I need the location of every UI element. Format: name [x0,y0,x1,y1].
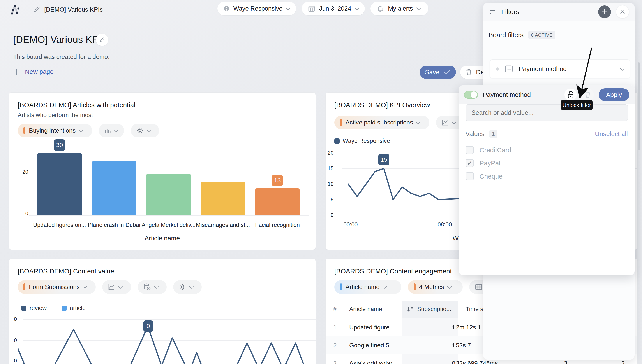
workspace-label: Waye Responsive [233,5,282,12]
y-axis-tick: 0 [6,337,17,344]
bar-2[interactable] [146,174,191,215]
apply-filter-button[interactable]: Apply [599,88,629,101]
filter-editor-header: Payment method Apply [459,85,634,104]
content-value-line-chart [18,314,307,364]
trash-icon [466,69,472,76]
toggle-knob [471,92,477,98]
add-filter-button[interactable] [598,6,611,18]
bar-category-label: Miscarriages and st... [196,222,250,228]
bar-4[interactable] [255,188,299,216]
values-count-badge: 1 [489,130,497,138]
bar-chart-plot: 020Updated figures on...30Plane crash in… [9,92,315,250]
filter-option-label: Cheque [480,172,503,180]
row-index: 2 [333,342,337,349]
close-panel-button[interactable] [616,6,629,18]
edit-board-title-icon[interactable] [33,6,41,13]
unlock-filter-tooltip: Unlock filter [561,100,592,110]
y-axis-tick: 15 [320,166,334,172]
y-axis-tick: 0 [6,358,17,364]
collapse-section-icon[interactable] [623,32,629,38]
row-index: 3 [333,360,337,364]
globe-icon [224,5,229,12]
checkbox-checked-icon[interactable]: ✓ [466,159,474,167]
values-header-row: Values 1 Unselect all [466,130,628,138]
y-axis-tick: 20 [15,169,28,175]
bar-value-label: 30 [54,139,65,151]
bar-category-label: Updated figures on... [33,222,86,228]
scrollbar-track[interactable] [637,0,640,364]
bar-3[interactable] [201,182,245,215]
article-name-cell: Google fined 5 ... [349,342,396,349]
filter-search-input[interactable] [466,104,628,121]
kpi-chart-xlabel: W [453,235,459,242]
pencil-icon [99,36,105,43]
filter-option[interactable]: ✓PayPal [466,156,628,170]
list-icon [505,65,513,72]
checkbox-unchecked-icon[interactable] [466,172,474,180]
subscriptions-cell: 1 [418,324,455,331]
bar-1[interactable] [92,161,136,215]
x-axis-tick: 08:00 [438,221,452,228]
y-axis-tick: 0 [6,316,17,322]
filter-option[interactable]: Cheque [466,170,628,183]
scrollbar-thumb[interactable] [638,62,640,150]
filter-select[interactable]: Payment method [490,60,630,78]
filter-status-dot [496,68,499,71]
bar-category-label: Angela Merkel deliv... [142,222,196,228]
article-name-cell: Asia's odd solar [349,360,392,364]
filter-enabled-toggle[interactable] [464,91,478,99]
new-page-button[interactable]: New page [13,68,54,76]
workspace-selector[interactable]: Waye Responsive [217,2,296,15]
card-articles-with-potential: [BOARDS DEMO] Articles with potential Ar… [9,92,316,250]
bar-value-label: 13 [272,175,283,186]
plus-icon [13,69,20,75]
bar-category-label: Plane crash in Dubai [88,222,140,228]
filter-option[interactable]: CreditCard [466,144,628,156]
filter-editor-card: Payment method Apply [459,85,634,275]
save-button[interactable]: Save [420,66,456,79]
bar-chart-xlabel: Article name [9,235,315,242]
filters-panel-header: Filters [483,2,634,21]
subscriptions-cell: 0 [418,360,455,364]
filters-panel-title: Filters [501,8,519,16]
filter-toggle-label: Payment method [483,91,531,98]
filter-option-label: CreditCard [480,146,511,154]
calendar-icon [308,5,315,12]
y-axis-tick: 5 [320,196,334,202]
data-point-label: 0 [143,320,153,332]
bar-category-label: Facial recognition [255,222,300,228]
data-point-label: 15 [378,154,389,166]
filter-options-list: CreditCard✓PayPalCheque [466,144,628,183]
app-logo-icon[interactable] [10,4,22,15]
chevron-down-icon [416,6,421,10]
close-icon [620,9,625,15]
filter-option-label: PayPal [480,160,500,167]
chevron-down-icon [620,66,625,71]
board-filters-label: Board filters [489,31,524,39]
chevron-down-icon [355,6,360,10]
new-page-label: New page [25,68,54,76]
page-title: [DEMO] Various KPIs [13,34,106,45]
subscriptions-cell: 1 [418,342,455,349]
active-count-badge: 0 ACTIVE [528,31,555,39]
x-axis-tick: 00:00 [343,221,358,228]
bell-icon [377,5,384,12]
y-axis-tick: 0 [15,210,28,216]
row-index: 1 [333,324,337,331]
edit-page-title-button[interactable] [96,34,108,46]
chevron-down-icon [286,6,291,10]
board-filters-section-header[interactable]: Board filters 0 ACTIVE [489,29,629,41]
card-content-value: [BOARDS DEMO] Content value Form Submiss… [9,258,316,364]
article-name-cell: Updated figure... [349,324,395,331]
bar-0[interactable] [38,153,82,215]
checkbox-unchecked-icon[interactable] [466,146,474,154]
unselect-all-link[interactable]: Unselect all [595,130,628,138]
gridline [29,215,309,216]
time-spent-cell: 33s 699.745ms [456,360,498,364]
alerts-label: My alerts [388,5,413,12]
date-picker[interactable]: Jun 3, 2024 [302,2,365,15]
metric-cell: 3 [601,360,625,364]
topbar-board-title: [DEMO] Various KPIs [44,6,103,13]
alerts-menu[interactable]: My alerts [371,2,428,15]
page-subtitle: This board was created for a demo. [13,54,110,60]
